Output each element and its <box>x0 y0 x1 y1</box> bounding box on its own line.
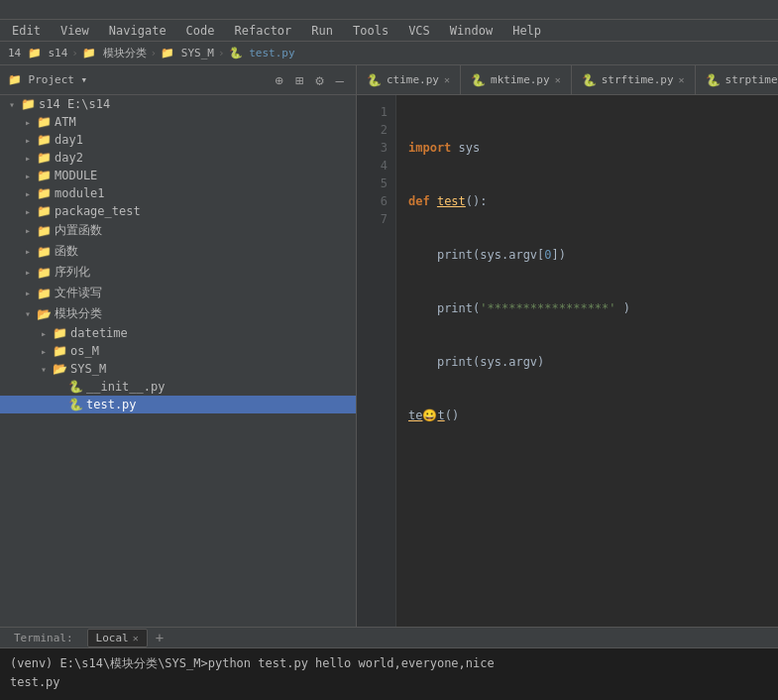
tree-node-icon: 📁 <box>36 287 52 300</box>
tree-node-icon: 📁 <box>36 115 52 129</box>
tree-node-label: __init__.py <box>86 380 165 394</box>
sidebar-add-btn[interactable]: ⊕ <box>271 70 286 90</box>
tab-close-btn[interactable]: ✕ <box>679 74 685 85</box>
breadcrumb-item[interactable]: 🐍 test.py <box>229 47 295 59</box>
line-number: 5 <box>357 175 388 192</box>
editor-tab-strptime-py[interactable]: 🐍strptime.py✕ <box>696 65 778 94</box>
terminal-line <box>10 692 768 700</box>
menu-item-vcs[interactable]: VCS <box>400 22 438 40</box>
tab-label: ctime.py <box>387 73 439 86</box>
tree-arrow-icon: ▾ <box>4 99 20 110</box>
tree-item-MODULE[interactable]: ▸📁MODULE <box>0 167 356 184</box>
tree-node-icon: 📁 <box>36 133 52 147</box>
tree-node-label: datetime <box>70 326 128 340</box>
tab-label: strftime.py <box>602 73 674 86</box>
tree-item-package-test[interactable]: ▸📁package_test <box>0 202 356 220</box>
tree-node-label: 序列化 <box>55 264 90 281</box>
tree-item----[interactable]: ▸📁序列化 <box>0 262 356 283</box>
breadcrumb-item[interactable]: 14 📁 s14 <box>8 47 67 59</box>
tree-node-icon: 📁 <box>36 245 52 259</box>
tree-item-s14-E--s14[interactable]: ▾📁s14 E:\s14 <box>0 95 356 113</box>
tree-node-icon: 📁 <box>36 151 52 165</box>
line-number: 1 <box>357 103 388 121</box>
menu-item-tools[interactable]: Tools <box>345 22 396 40</box>
tree-arrow-icon: ▸ <box>20 267 36 278</box>
tree-item-datetime[interactable]: ▸📁datetime <box>0 324 356 342</box>
breadcrumb-item[interactable]: 📁 模块分类 <box>82 46 147 60</box>
tree-item-day2[interactable]: ▸📁day2 <box>0 149 356 167</box>
code-line-6: te😀t() <box>408 407 766 424</box>
tab-close-btn[interactable]: ✕ <box>444 74 450 85</box>
tree-node-label: MODULE <box>55 169 97 182</box>
tree-item-test-py[interactable]: 🐍test.py <box>0 396 356 413</box>
tree-item---[interactable]: ▸📁函数 <box>0 241 356 262</box>
tab-icon: 🐍 <box>367 73 382 87</box>
sidebar: 📁 Project ▾ ⊕ ⊞ ⚙ — ▾📁s14 E:\s14▸📁ATM▸📁d… <box>0 65 357 627</box>
line-numbers: 1234567 <box>357 95 396 627</box>
tree-node-icon: 📁 <box>36 224 52 238</box>
tree-node-icon: 🐍 <box>67 380 83 394</box>
tree-node-label: module1 <box>55 186 105 200</box>
tree-item-day1[interactable]: ▸📁day1 <box>0 131 356 149</box>
terminal-line: (venv) E:\s14\模块分类\SYS_M>python test.py … <box>10 654 768 673</box>
tree-node-icon: 📁 <box>36 186 52 200</box>
tree-node-icon: 📁 <box>52 344 67 358</box>
editor-tab-strftime-py[interactable]: 🐍strftime.py✕ <box>572 65 696 94</box>
terminal-tab-close[interactable]: ✕ <box>133 633 139 643</box>
tree-arrow-icon: ▸ <box>36 328 52 339</box>
tree-node-icon: 📁 <box>36 204 52 218</box>
breadcrumb-item[interactable]: 📁 SYS_M <box>161 47 214 59</box>
editor-tab-mktime-py[interactable]: 🐍mktime.py✕ <box>461 65 572 94</box>
menu-bar: EditViewNavigateCodeRefactorRunToolsVCSW… <box>0 20 778 42</box>
title-bar <box>0 0 778 20</box>
menu-item-refactor[interactable]: Refactor <box>227 22 300 40</box>
tree-node-label: ATM <box>55 115 76 129</box>
menu-item-help[interactable]: Help <box>504 22 549 40</box>
code-line-1: import sys <box>408 139 766 157</box>
tree-arrow-icon: ▸ <box>20 225 36 236</box>
project-icon: 📁 <box>8 73 22 86</box>
terminal-tab-label: Local <box>96 632 129 644</box>
tree-item---init---py[interactable]: 🐍__init__.py <box>0 378 356 396</box>
tab-icon: 🐍 <box>582 73 597 87</box>
editor-area: 🐍ctime.py✕🐍mktime.py✕🐍strftime.py✕🐍strpt… <box>357 65 778 627</box>
menu-item-window[interactable]: Window <box>442 22 500 40</box>
menu-item-code[interactable]: Code <box>178 22 223 40</box>
tree-item-----[interactable]: ▸📁内置函数 <box>0 220 356 241</box>
menu-item-run[interactable]: Run <box>303 22 341 40</box>
menu-item-navigate[interactable]: Navigate <box>101 22 174 40</box>
terminal-content[interactable]: (venv) E:\s14\模块分类\SYS_M>python test.py … <box>0 648 778 700</box>
tree-item-os-M[interactable]: ▸📁os_M <box>0 342 356 360</box>
code-content[interactable]: import sys def test(): print(sys.argv[0]… <box>396 95 778 627</box>
line-number: 3 <box>357 139 388 157</box>
terminal-add-btn[interactable]: + <box>156 630 164 645</box>
tree-arrow-icon: ▾ <box>20 308 36 319</box>
tree-item-----[interactable]: ▾📂模块分类 <box>0 303 356 324</box>
tree-node-icon: 📁 <box>36 169 52 182</box>
tree-item-ATM[interactable]: ▸📁ATM <box>0 113 356 131</box>
tree-node-icon: 📁 <box>36 266 52 280</box>
menu-item-edit[interactable]: Edit <box>4 22 49 40</box>
tree-item-----[interactable]: ▸📁文件读写 <box>0 283 356 303</box>
tree-item-module1[interactable]: ▸📁module1 <box>0 184 356 202</box>
tree-node-icon: 📂 <box>36 307 52 321</box>
sidebar-layout-btn[interactable]: ⊞ <box>291 70 307 90</box>
tree-node-label: os_M <box>70 344 99 358</box>
tree-arrow-icon: ▸ <box>20 246 36 257</box>
terminal-tab-local[interactable]: Local ✕ <box>87 629 148 647</box>
tab-close-btn[interactable]: ✕ <box>555 74 561 85</box>
code-line-3: print(sys.argv[0]) <box>408 246 766 264</box>
tree-node-icon: 📁 <box>52 326 67 340</box>
line-number: 7 <box>357 210 388 228</box>
sidebar-close-btn[interactable]: — <box>332 70 348 90</box>
editor-tab-ctime-py[interactable]: 🐍ctime.py✕ <box>357 65 461 94</box>
tree-item-SYS-M[interactable]: ▾📂SYS_M <box>0 360 356 378</box>
tree-node-label: day1 <box>55 133 83 147</box>
tree-node-label: 内置函数 <box>55 222 102 239</box>
menu-item-view[interactable]: View <box>53 22 97 40</box>
sidebar-tree: ▾📁s14 E:\s14▸📁ATM▸📁day1▸📁day2▸📁MODULE▸📁m… <box>0 95 356 413</box>
line-number: 2 <box>357 121 388 139</box>
sidebar-header: 📁 Project ▾ ⊕ ⊞ ⚙ — <box>0 65 356 95</box>
code-line-7 <box>408 460 766 478</box>
sidebar-settings-btn[interactable]: ⚙ <box>311 70 327 90</box>
